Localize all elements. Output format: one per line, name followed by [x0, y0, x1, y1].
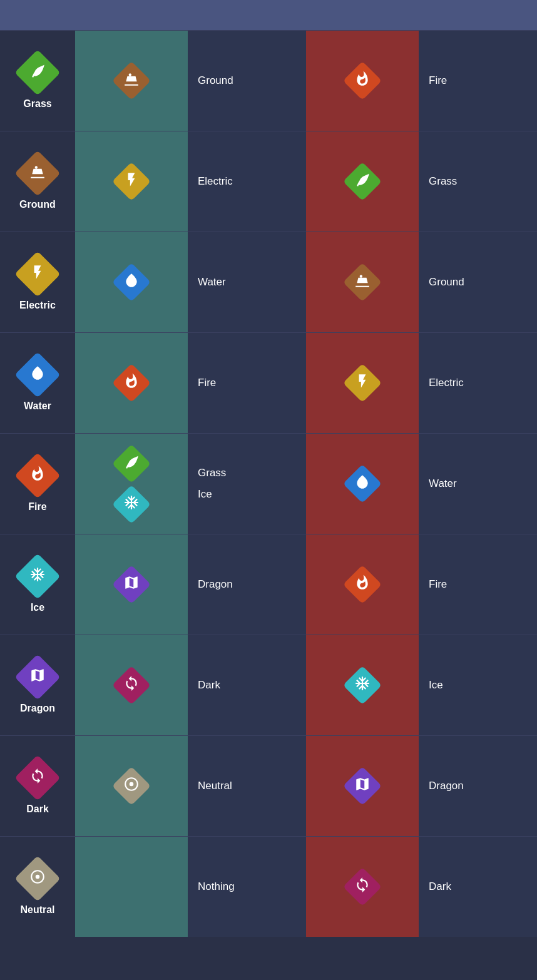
- strong-text-cell-water: Fire: [188, 333, 306, 433]
- element-cell-neutral: Neutral: [0, 837, 75, 937]
- strong-icon-cell-water: [75, 333, 188, 433]
- weak-label-water: Electric: [429, 377, 464, 389]
- strong-label-neutral: Nothing: [198, 880, 235, 893]
- strong-label-fire-ice: Ice: [198, 484, 212, 505]
- element-cell-ground: Ground: [0, 131, 75, 232]
- table-row-fire: Fire GrassIce Water: [0, 433, 537, 534]
- svg-point-1: [36, 875, 40, 879]
- weak-label-grass: Fire: [429, 74, 447, 87]
- weak-against-header: [417, 13, 427, 18]
- element-cell-ice: Ice: [0, 534, 75, 635]
- weak-text-cell-water: Electric: [419, 333, 537, 433]
- weak-text-cell-grass: Fire: [419, 31, 537, 131]
- weak-label-ice: Fire: [429, 578, 447, 591]
- element-name-header: [0, 13, 75, 18]
- weak-icon-cell-neutral: [306, 837, 419, 937]
- strong-icon-cell-dark: [75, 736, 188, 836]
- element-name-ground: Ground: [19, 199, 56, 210]
- weak-text-cell-ice: Fire: [419, 534, 537, 635]
- weak-text-cell-ground: Grass: [419, 131, 537, 232]
- strong-text-cell-grass: Ground: [188, 31, 306, 131]
- table-row-ground: Ground Electric Grass: [0, 131, 537, 232]
- weak-text-cell-neutral: Dark: [419, 837, 537, 937]
- weak-label-dragon: Ice: [429, 679, 443, 692]
- element-cell-grass: Grass: [0, 31, 75, 131]
- element-name-dragon: Dragon: [20, 703, 55, 714]
- table-row-ice: Ice Dragon Fire: [0, 534, 537, 635]
- table-row-grass: Grass Ground Fire: [0, 30, 537, 131]
- element-cell-fire: Fire: [0, 434, 75, 534]
- strong-icon-cell-fire: [75, 434, 188, 534]
- element-cell-electric: Electric: [0, 232, 75, 332]
- strong-icon-cell-ice: [75, 534, 188, 635]
- strong-icon-cell-grass: [75, 31, 188, 131]
- weak-text-cell-dragon: Ice: [419, 635, 537, 735]
- weak-icon-cell-grass: [306, 31, 419, 131]
- strong-text-cell-fire: GrassIce: [188, 434, 306, 534]
- element-name-grass: Grass: [23, 98, 51, 110]
- element-cell-dark: Dark: [0, 736, 75, 836]
- element-name-dark: Dark: [26, 804, 49, 815]
- strong-text-cell-ground: Electric: [188, 131, 306, 232]
- weak-icon-cell-ice: [306, 534, 419, 635]
- weak-label-ground: Grass: [429, 175, 457, 188]
- table-body: Grass Ground Fire Ground Electri: [0, 30, 537, 937]
- weak-text-cell-fire: Water: [419, 434, 537, 534]
- strong-label-dark: Neutral: [198, 780, 232, 792]
- table-row-dragon: Dragon Dark Ice: [0, 635, 537, 735]
- strong-icon-cell-neutral: [75, 837, 188, 937]
- strong-text-cell-ice: Dragon: [188, 534, 306, 635]
- strong-text-cell-neutral: Nothing: [188, 837, 306, 937]
- strong-label-ground: Electric: [198, 175, 233, 188]
- strong-icon-cell-ground: [75, 131, 188, 232]
- weak-label-neutral: Dark: [429, 880, 451, 893]
- strong-label-fire-grass: Grass: [198, 462, 226, 484]
- table-row-dark: Dark Neutral Dragon: [0, 735, 537, 836]
- table-row-neutral: NeutralNothing Dark: [0, 836, 537, 937]
- strong-text-cell-dark: Neutral: [188, 736, 306, 836]
- strong-text-cell-dragon: Dark: [188, 635, 306, 735]
- element-table: Grass Ground Fire Ground Electri: [0, 0, 537, 937]
- strong-label-water: Fire: [198, 377, 216, 389]
- weak-icon-cell-dark: [306, 736, 419, 836]
- weak-icon-cell-fire: [306, 434, 419, 534]
- element-cell-water: Water: [0, 333, 75, 433]
- strong-label-dragon: Dark: [198, 679, 220, 692]
- strong-against-header: [186, 13, 196, 18]
- weak-icon-cell-ground: [306, 131, 419, 232]
- weak-icon-cell-water: [306, 333, 419, 433]
- table-row-electric: Electric Water Ground: [0, 232, 537, 332]
- weak-icon-cell-dragon: [306, 635, 419, 735]
- strong-label-ice: Dragon: [198, 578, 233, 591]
- element-name-fire: Fire: [28, 501, 46, 513]
- strong-icon-cell-dragon: [75, 635, 188, 735]
- table-header: [0, 0, 537, 30]
- strong-text-cell-electric: Water: [188, 232, 306, 332]
- element-name-water: Water: [24, 401, 51, 412]
- weak-icon-cell-electric: [306, 232, 419, 332]
- strong-label-grass: Ground: [198, 74, 233, 87]
- weak-label-electric: Ground: [429, 276, 464, 288]
- table-row-water: Water Fire Electric: [0, 332, 537, 433]
- element-name-electric: Electric: [19, 300, 56, 311]
- element-cell-dragon: Dragon: [0, 635, 75, 735]
- strong-icon-cell-electric: [75, 232, 188, 332]
- svg-point-0: [130, 782, 134, 787]
- weak-text-cell-dark: Dragon: [419, 736, 537, 836]
- weak-label-fire: Water: [429, 477, 457, 490]
- element-name-neutral: Neutral: [20, 904, 54, 916]
- weak-text-cell-electric: Ground: [419, 232, 537, 332]
- strong-label-electric: Water: [198, 276, 226, 288]
- weak-label-dark: Dragon: [429, 780, 464, 792]
- element-name-ice: Ice: [31, 602, 44, 613]
